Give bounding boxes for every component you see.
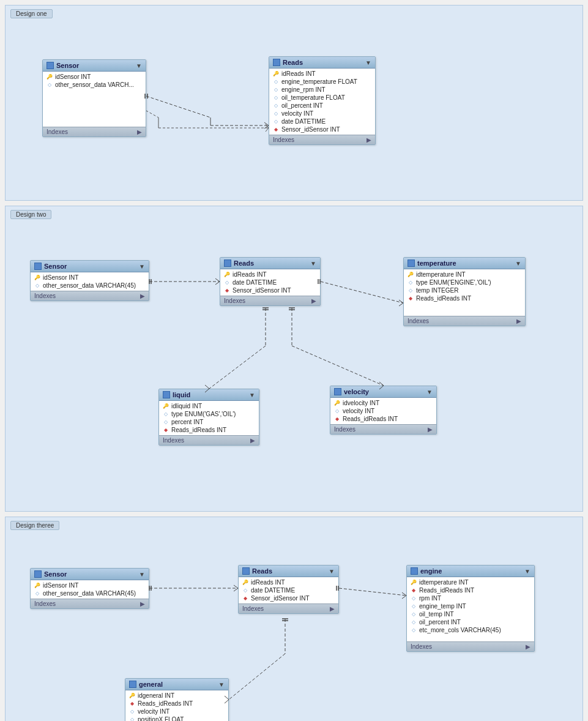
d2-temperature-footer: Indexes ▶	[404, 316, 525, 326]
field-text: type ENUM('GAS','OIL')	[171, 411, 236, 417]
table-row: ◇ date DATETIME	[239, 586, 338, 594]
field-text: idvelocity INT	[343, 400, 379, 406]
table-row: ◇ velocity INT	[125, 708, 228, 715]
chevron-icon: ▼	[329, 568, 335, 575]
svg-line-38	[234, 585, 238, 588]
footer-arrow: ▶	[330, 605, 335, 612]
table-row: 🔑 idvelocity INT	[330, 399, 436, 407]
chevron-icon: ▼	[515, 260, 521, 267]
svg-line-18	[321, 282, 403, 303]
fk-icon: ◆	[334, 416, 340, 422]
d2-liquid-header: liquid ▼	[159, 389, 259, 401]
d3-sensor-name: Sensor	[44, 570, 67, 578]
table-row: ◇ date DATETIME	[220, 278, 320, 286]
indexes-label: Indexes	[242, 605, 264, 612]
d3-general-header: general ▼	[125, 679, 228, 690]
diamond-icon: ◇	[273, 95, 279, 101]
key-icon: 🔑	[273, 71, 279, 77]
chevron-icon: ▼	[139, 263, 145, 270]
d3-reads-body: 🔑 idReads INT ◇ date DATETIME ◆ Sensor_i…	[239, 577, 338, 603]
table-row: ◇ rpm INT	[407, 594, 534, 602]
footer-arrow: ▶	[250, 437, 255, 444]
d2-temperature-table: temperature ▼ 🔑 idtemperature INT ◇ type…	[403, 257, 526, 326]
chevron-icon: ▼	[139, 571, 145, 578]
field-text: etc_more_cols VARCHAR(45)	[419, 627, 501, 633]
table-row: ◆ Reads_idReads INT	[404, 294, 525, 302]
chevron-icon: ▼	[524, 568, 530, 575]
table-row: ◇ oil_percent INT	[269, 102, 375, 110]
indexes-label: Indexes	[408, 318, 429, 324]
d2-sensor-footer: Indexes ▶	[31, 291, 149, 301]
d3-general-body: 🔑 idgeneral INT ◆ Reads_idReads INT ◇ ve…	[125, 690, 228, 721]
svg-line-6	[146, 96, 210, 118]
svg-line-43	[402, 592, 406, 596]
key-icon: 🔑	[34, 275, 40, 281]
field-text: Reads_idReads INT	[416, 295, 471, 302]
field-text: idgeneral INT	[138, 692, 174, 699]
field-text: idSensor INT	[43, 582, 78, 589]
d1-sensor-table: Sensor ▼ 🔑 idSensor INT ◇ other_sensor_d…	[42, 59, 146, 137]
field-text: velocity INT	[138, 708, 169, 715]
diamond-icon: ◇	[242, 588, 248, 594]
diamond-icon: ◇	[273, 119, 279, 125]
field-text: date DATETIME	[251, 587, 295, 594]
diamond-icon: ◇	[129, 717, 135, 722]
footer-arrow: ▶	[428, 426, 433, 433]
footer-arrow: ▶	[140, 293, 145, 299]
field-text: oil_percent INT	[419, 619, 461, 626]
table-icon	[34, 263, 42, 270]
indexes-label: Indexes	[34, 293, 56, 299]
design-panel-3: Design theree Sensor ▼ 🔑 idSensor INT ◇ …	[5, 517, 583, 721]
d3-reads-name: Reads	[252, 567, 272, 575]
fk-icon: ◆	[242, 596, 248, 602]
key-icon: 🔑	[224, 272, 230, 278]
indexes-label: Indexes	[334, 426, 355, 433]
table-row: ◇ positionX FLOAT	[125, 715, 228, 721]
table-row: 🔑 idtemperature INT	[404, 271, 525, 278]
d3-engine-footer: Indexes ▶	[407, 641, 534, 651]
diagram-area-3: Sensor ▼ 🔑 idSensor INT ◇ other_sensor_d…	[12, 534, 576, 721]
d3-sensor-footer: Indexes ▶	[31, 599, 149, 608]
indexes-label: Indexes	[411, 643, 432, 650]
d1-reads-header: Reads ▼	[269, 57, 375, 69]
d3-general-name: general	[139, 681, 163, 688]
field-text: idSensor INT	[43, 274, 78, 281]
d3-reads-footer: Indexes ▶	[239, 603, 338, 613]
indexes-label: Indexes	[273, 136, 294, 143]
field-text: velocity INT	[281, 110, 313, 117]
table-row: ◇ other_sensor_data VARCH...	[43, 81, 146, 89]
d2-reads-body: 🔑 idReads INT ◇ date DATETIME ◆ Sensor_i…	[220, 269, 320, 296]
d2-sensor-body: 🔑 idSensor INT ◇ other_sensor_data VARCH…	[31, 272, 149, 291]
d1-sensor-name: Sensor	[56, 62, 79, 69]
d2-velocity-header: velocity ▼	[330, 386, 436, 398]
design1-label: Design one	[10, 9, 53, 18]
footer-arrow: ▶	[140, 600, 145, 607]
field-text: oil_temp INT	[419, 611, 454, 618]
table-icon	[334, 388, 341, 395]
field-text: engine_rpm INT	[281, 86, 326, 93]
footer-arrow: ▶	[137, 129, 142, 135]
key-icon: 🔑	[334, 400, 340, 406]
svg-line-24	[209, 346, 266, 389]
svg-line-12	[264, 125, 269, 129]
fk-icon: ◆	[273, 127, 279, 133]
table-row: 🔑 idtemperature INT	[407, 578, 534, 586]
diamond-icon: ◇	[273, 79, 279, 85]
chevron-icon: ▼	[136, 62, 142, 69]
indexes-label: Indexes	[224, 297, 245, 304]
field-text: Reads_idReads INT	[138, 700, 193, 707]
d3-sensor-header: Sensor ▼	[31, 569, 149, 580]
d1-reads-name: Reads	[283, 59, 303, 66]
table-row: 🔑 idReads INT	[220, 271, 320, 278]
field-text: other_sensor_data VARCH...	[55, 81, 134, 88]
field-text: idtemperature INT	[416, 271, 466, 278]
diamond-icon: ◇	[411, 627, 417, 633]
d2-liquid-body: 🔑 idliquid INT ◇ type ENUM('GAS','OIL') …	[159, 401, 259, 435]
d2-temperature-name: temperature	[417, 260, 456, 267]
diamond-icon: ◇	[411, 596, 417, 602]
svg-line-17	[215, 282, 220, 285]
key-icon: 🔑	[129, 693, 135, 699]
indexes-label: Indexes	[47, 129, 68, 135]
table-row: ◇ other_sensor_data VARCHAR(45)	[31, 589, 149, 597]
table-row: ◇ other_sensor_data VARCHAR(45)	[31, 282, 149, 290]
